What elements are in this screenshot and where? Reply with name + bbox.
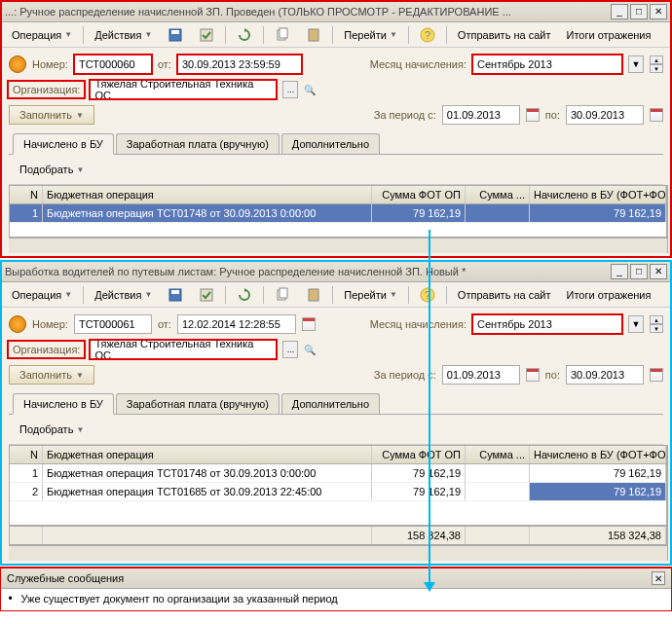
minimize-button[interactable]: _	[611, 4, 628, 19]
calendar-icon[interactable]	[650, 368, 663, 382]
grid-1: N Бюджетная операция Сумма ФОТ ОП Сумма …	[9, 185, 667, 238]
month-spin-down[interactable]: ▼	[650, 324, 663, 333]
fill-button[interactable]: Заполнить▼	[9, 105, 94, 125]
svg-rect-4	[280, 28, 287, 38]
maximize-button[interactable]: □	[630, 4, 648, 19]
col-fot-header[interactable]: Сумма ФОТ ОП	[372, 186, 466, 203]
minimize-button[interactable]: _	[611, 264, 628, 279]
org-search-icon[interactable]: 🔍	[304, 85, 316, 95]
goto-menu[interactable]: Перейти▼	[337, 286, 404, 304]
help-icon[interactable]: ?	[413, 284, 442, 306]
calendar-icon[interactable]	[526, 108, 540, 122]
table-row[interactable]: 1 Бюджетная операция ТСТ01748 от 30.09.2…	[10, 204, 666, 223]
period-to-input[interactable]: 30.09.2013	[566, 365, 644, 385]
horizontal-scrollbar[interactable]	[9, 545, 667, 561]
date-input[interactable]: 30.09.2013 23:59:59	[177, 55, 302, 74]
tab-extra[interactable]: Дополнительно	[281, 393, 380, 414]
pick-button[interactable]: Подобрать▼	[13, 161, 91, 178]
toolbar-1: Операция▼ Действия▼ Перейти▼ ? Отправить…	[1, 22, 671, 48]
month-dd-button[interactable]: ▼	[628, 55, 644, 73]
actions-menu[interactable]: Действия▼	[88, 26, 159, 44]
month-spin-up[interactable]: ▲	[650, 55, 663, 64]
vertical-scrollbar[interactable]	[667, 445, 668, 561]
tab-extra[interactable]: Дополнительно	[281, 133, 380, 154]
paste-icon[interactable]	[299, 24, 328, 46]
org-input[interactable]: Тяжелая Строительная Техника ОС	[90, 80, 277, 99]
col-op-header[interactable]: Бюджетная операция	[43, 186, 372, 203]
help-icon[interactable]: ?	[413, 24, 442, 46]
send-button[interactable]: Отправить на сайт	[451, 26, 558, 44]
month-input[interactable]: Сентябрь 2013	[472, 314, 622, 334]
messages-close-button[interactable]: ✕	[652, 571, 665, 585]
tab-salary[interactable]: Заработная плата (вручную)	[116, 133, 280, 154]
table-row[interactable]: 1 Бюджетная операция ТСТ01748 от 30.09.2…	[10, 464, 666, 483]
col-last-header[interactable]: Начислено в БУ (ФОТ+ФОБ)	[530, 446, 666, 463]
pick-button[interactable]: Подобрать▼	[13, 421, 91, 438]
operation-menu[interactable]: Операция▼	[5, 286, 79, 304]
date-input[interactable]: 12.02.2014 12:28:55	[177, 314, 296, 334]
horizontal-scrollbar[interactable]	[9, 238, 667, 253]
calendar-icon[interactable]	[302, 317, 316, 331]
results-button[interactable]: Итоги отражения	[560, 26, 658, 44]
ot-label: от:	[158, 318, 171, 330]
col-op-header[interactable]: Бюджетная операция	[43, 446, 372, 463]
nomer-input[interactable]: ТСТ000060	[74, 55, 152, 74]
tab-accrued[interactable]: Начислено в БУ	[13, 393, 114, 415]
toolbar-2: Операция▼ Действия▼ Перейти▼ ? Отправить…	[1, 282, 671, 308]
period-from-label: За период с:	[374, 109, 436, 121]
org-select-button[interactable]: ...	[282, 341, 298, 358]
close-button[interactable]: ✕	[650, 4, 667, 19]
post-icon[interactable]	[192, 284, 221, 306]
maximize-button[interactable]: □	[630, 264, 648, 279]
col-sum-header[interactable]: Сумма ...	[466, 446, 530, 463]
annotation-arrow	[429, 230, 430, 584]
operation-menu[interactable]: Операция▼	[5, 26, 79, 44]
fill-button[interactable]: Заполнить▼	[9, 365, 94, 385]
org-label: Организация:	[9, 82, 84, 97]
actions-menu[interactable]: Действия▼	[88, 286, 159, 304]
month-input[interactable]: Сентябрь 2013	[472, 55, 622, 74]
svg-rect-1	[171, 30, 179, 34]
period-to-input[interactable]: 30.09.2013	[566, 105, 644, 125]
close-button[interactable]: ✕	[650, 264, 667, 279]
period-from-input[interactable]: 01.09.2013	[442, 105, 520, 125]
refresh-icon[interactable]	[230, 284, 259, 306]
org-select-button[interactable]: ...	[282, 81, 298, 98]
tab-accrued[interactable]: Начислено в БУ	[13, 133, 114, 155]
col-n-header[interactable]: N	[10, 186, 43, 203]
month-spin-up[interactable]: ▲	[650, 315, 663, 324]
copy-icon[interactable]	[268, 24, 297, 46]
period-to-label: по:	[545, 109, 560, 121]
col-sum-header[interactable]: Сумма ...	[466, 186, 530, 203]
col-fot-header[interactable]: Сумма ФОТ ОП	[372, 446, 466, 463]
refresh-icon[interactable]	[230, 24, 259, 46]
table-row[interactable]: 2 Бюджетная операция ТСТ01685 от 30.09.2…	[10, 483, 666, 501]
month-label: Месяц начисления:	[370, 318, 467, 330]
paste-icon[interactable]	[299, 284, 328, 306]
nomer-input[interactable]: ТСТ000061	[74, 314, 152, 334]
vertical-scrollbar[interactable]	[667, 185, 668, 253]
send-button[interactable]: Отправить на сайт	[451, 286, 558, 304]
save-icon[interactable]	[161, 284, 190, 306]
col-n-header[interactable]: N	[10, 446, 43, 463]
calendar-icon[interactable]	[650, 108, 663, 122]
results-button[interactable]: Итоги отражения	[560, 286, 658, 304]
post-icon[interactable]	[192, 24, 221, 46]
copy-icon[interactable]	[268, 284, 297, 306]
window-1: ...: Ручное распределение начисленной ЗП…	[0, 0, 672, 258]
tab-salary[interactable]: Заработная плата (вручную)	[116, 393, 280, 414]
period-from-input[interactable]: 01.09.2013	[442, 365, 520, 385]
titlebar-1[interactable]: ...: Ручное распределение начисленной ЗП…	[1, 1, 671, 22]
globe-icon	[9, 55, 26, 73]
calendar-icon[interactable]	[526, 368, 540, 382]
col-last-header[interactable]: Начислено в БУ (ФОТ+ФОБ)	[530, 186, 666, 203]
messages-title: Служебные сообщения	[7, 572, 124, 584]
titlebar-2[interactable]: Выработка водителей по путевым листам: Р…	[1, 261, 671, 282]
month-spin-down[interactable]: ▼	[650, 64, 663, 73]
org-search-icon[interactable]: 🔍	[304, 345, 316, 355]
save-icon[interactable]	[161, 24, 190, 46]
month-dd-button[interactable]: ▼	[628, 315, 644, 333]
goto-menu[interactable]: Перейти▼	[337, 26, 404, 44]
grid-2: N Бюджетная операция Сумма ФОТ ОП Сумма …	[9, 445, 667, 545]
org-input[interactable]: Тяжелая Строительная Техника ОС	[90, 340, 277, 359]
